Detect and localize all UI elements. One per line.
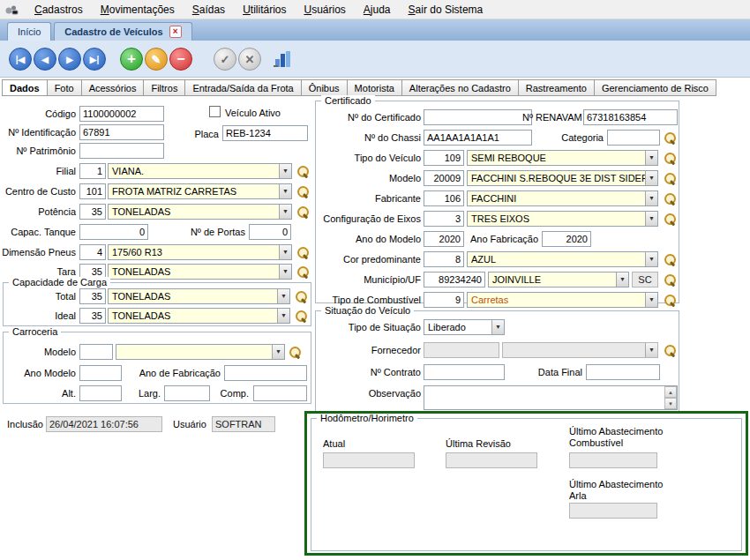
filial-combo[interactable]: VIANA. ▼ <box>108 163 292 179</box>
page-tab-rastreamento[interactable]: Rastreamento <box>519 79 595 96</box>
carroceria-modelo-code-input[interactable] <box>79 344 113 360</box>
tipo-veiculo-code-input[interactable] <box>424 150 464 166</box>
tipo-situacao-combo[interactable]: Liberado ▼ <box>424 319 505 335</box>
tipo-veiculo-search-icon[interactable] <box>664 152 677 165</box>
placa-input[interactable] <box>222 125 308 141</box>
chevron-down-icon[interactable]: ▼ <box>277 309 289 323</box>
ideal-search-icon[interactable] <box>295 310 308 323</box>
page-tab-gerenciamento-de-risco[interactable]: Gerenciamento de Risco <box>595 79 716 96</box>
modelo-search-icon[interactable] <box>664 172 677 185</box>
cor-search-icon[interactable] <box>664 253 677 266</box>
page-tab-acess-rios[interactable]: Acessórios <box>82 79 145 96</box>
combustivel-search-icon[interactable] <box>664 294 677 307</box>
observacao-textarea[interactable]: ▲ ▼ <box>424 385 678 410</box>
ano-modelo-input[interactable] <box>424 231 464 247</box>
chevron-down-icon[interactable]: ▼ <box>645 171 657 185</box>
page-tab-motorista[interactable]: Motorista <box>348 79 402 96</box>
centro-custo-combo[interactable]: FROTA MATRIZ CARRETAS ▼ <box>108 183 292 199</box>
combustivel-combo[interactable]: Carretas ▼ <box>467 292 658 308</box>
total-combo[interactable]: TONELADAS ▼ <box>108 288 290 304</box>
config-eixos-search-icon[interactable] <box>664 213 677 226</box>
fabricante-combo[interactable]: FACCHINI ▼ <box>467 190 658 206</box>
add-button[interactable]: + <box>120 48 143 71</box>
config-eixos-combo[interactable]: TRES EIXOS ▼ <box>467 211 658 227</box>
fabricante-search-icon[interactable] <box>664 192 677 205</box>
chevron-down-icon[interactable]: ▼ <box>645 343 657 357</box>
fornecedor-search-icon[interactable] <box>664 344 677 357</box>
contrato-input[interactable] <box>424 364 505 380</box>
tab-cadastro-de-veiculos[interactable]: Cadastro de Veículos × <box>54 22 191 41</box>
delete-button[interactable]: − <box>169 48 192 71</box>
centro-custo-search-icon[interactable] <box>296 185 310 198</box>
combustivel-code-input[interactable] <box>424 292 464 308</box>
chevron-down-icon[interactable]: ▼ <box>645 151 657 165</box>
menu-item-utilit-rios[interactable]: Utilitários <box>234 1 295 19</box>
chassi-input[interactable] <box>424 130 532 146</box>
chevron-down-icon[interactable]: ▼ <box>616 273 628 287</box>
chevron-down-icon[interactable]: ▼ <box>279 164 291 178</box>
menu-item-sa-das[interactable]: Saídas <box>184 1 234 19</box>
config-eixos-code-input[interactable] <box>424 211 464 227</box>
chevron-down-icon[interactable]: ▼ <box>645 293 657 307</box>
capac-tanque-input[interactable] <box>79 224 148 240</box>
total-search-icon[interactable] <box>295 290 308 303</box>
comp-input[interactable] <box>253 385 307 401</box>
tipo-veiculo-combo[interactable]: SEMI REBOQUE ▼ <box>467 150 658 166</box>
dimensao-pneus-search-icon[interactable] <box>296 246 310 259</box>
alt-input[interactable] <box>79 385 122 401</box>
previous-record-button[interactable]: ◀ <box>34 48 56 71</box>
dimensao-pneus-code-input[interactable] <box>79 244 106 260</box>
chevron-down-icon[interactable]: ▼ <box>279 265 291 279</box>
menu-item-movimenta-es[interactable]: Movimentações <box>92 1 184 19</box>
ideal-code-input[interactable] <box>79 308 106 324</box>
first-record-button[interactable]: |◀ <box>9 48 32 71</box>
chevron-down-icon[interactable]: ▼ <box>277 289 289 303</box>
menu-item-ajuda[interactable]: Ajuda <box>355 1 400 19</box>
ano-fabricacao-input[interactable] <box>542 231 591 247</box>
tab-inicio[interactable]: Início <box>7 22 51 41</box>
categoria-input[interactable] <box>607 130 660 146</box>
page-tab-nibus[interactable]: Ônibus <box>302 79 348 96</box>
page-tab-foto[interactable]: Foto <box>48 79 82 96</box>
filial-search-icon[interactable] <box>296 165 310 178</box>
bar-chart-icon[interactable] <box>274 49 295 70</box>
ideal-combo[interactable]: TONELADAS ▼ <box>108 308 290 324</box>
municipio-combo[interactable]: JOINVILLE ▼ <box>488 272 629 287</box>
cancel-button[interactable]: ✕ <box>238 48 261 71</box>
tara-search-icon[interactable] <box>296 265 310 279</box>
page-tab-entrada-sa-da-da-frota[interactable]: Entrada/Saída da Frota <box>185 79 301 96</box>
categoria-search-icon[interactable] <box>664 131 677 145</box>
veiculo-ativo-checkbox[interactable] <box>209 106 221 117</box>
carroceria-modelo-combo[interactable]: ▼ <box>116 344 285 360</box>
page-tab-dados[interactable]: Dados <box>2 79 48 96</box>
next-record-button[interactable]: ▶ <box>58 48 81 71</box>
municipio-search-icon[interactable] <box>664 273 677 287</box>
chevron-down-icon[interactable]: ▼ <box>645 191 657 205</box>
confirm-button[interactable]: ✓ <box>214 48 236 71</box>
chevron-down-icon[interactable]: ▼ <box>279 205 291 219</box>
total-code-input[interactable] <box>79 288 106 304</box>
edit-button[interactable]: ✎ <box>145 48 168 71</box>
dimensao-pneus-combo[interactable]: 175/60 R13 ▼ <box>108 244 292 260</box>
municipio-code-input[interactable] <box>424 272 485 287</box>
num-certificado-input[interactable] <box>424 109 532 125</box>
menu-item-sair-do-sistema[interactable]: Sair do Sistema <box>400 1 492 19</box>
codigo-input[interactable] <box>79 106 164 122</box>
chevron-down-icon[interactable]: ▼ <box>272 345 284 359</box>
chevron-down-icon[interactable]: ▼ <box>279 184 291 198</box>
scroll-down-icon[interactable]: ▼ <box>664 398 677 409</box>
menu-item-usu-rios[interactable]: Usuários <box>295 1 354 19</box>
menu-item-cadastros[interactable]: Cadastros <box>26 1 92 19</box>
cor-combo[interactable]: AZUL ▼ <box>467 251 658 267</box>
potencia-search-icon[interactable] <box>296 205 310 219</box>
chevron-down-icon[interactable]: ▼ <box>645 252 657 266</box>
identificacao-input[interactable] <box>79 124 164 140</box>
tara-combo[interactable]: TONELADAS ▼ <box>108 264 292 280</box>
close-icon[interactable]: × <box>169 26 182 38</box>
chevron-down-icon[interactable]: ▼ <box>279 245 291 259</box>
scroll-up-icon[interactable]: ▲ <box>664 386 677 398</box>
modelo-code-input[interactable] <box>424 170 464 186</box>
cor-code-input[interactable] <box>424 251 464 267</box>
renavam-input[interactable] <box>583 109 678 125</box>
chevron-down-icon[interactable]: ▼ <box>491 320 504 334</box>
